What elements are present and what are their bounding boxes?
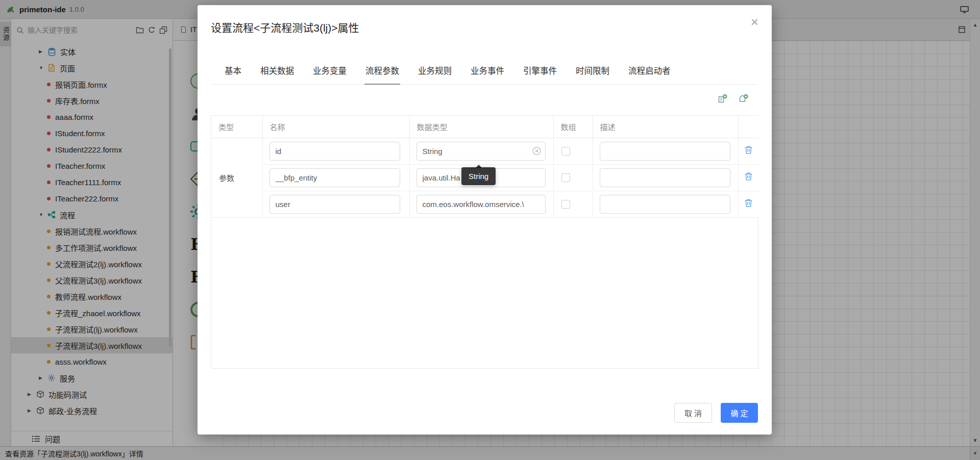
type-tooltip: String [461,167,496,185]
delete-row-icon-2[interactable] [744,198,753,208]
dialog-tab-3[interactable]: 流程参数 [364,64,400,84]
dialog-tab-0[interactable]: 基本 [224,64,242,84]
param-col-header-1: 名称 [262,116,409,138]
array-checkbox-2[interactable] [561,200,570,209]
dialog-tab-8[interactable]: 流程启动者 [627,64,672,84]
param-row-2 [211,191,759,217]
param-row-0: 参数 [211,138,759,164]
add-reference-icon[interactable] [738,94,749,104]
close-icon[interactable]: × [751,15,758,29]
param-col-header-3: 数组 [553,116,593,138]
param-desc-input-0[interactable] [600,142,730,161]
param-col-header-0: 类型 [211,116,262,138]
dialog-footer: 取 消 确 定 [674,403,758,423]
param-name-input-1[interactable] [270,168,400,187]
param-col-header-2: 数据类型 [409,116,553,138]
clear-icon[interactable] [532,147,541,156]
param-name-input-0[interactable] [270,142,400,161]
param-type-input-0[interactable] [416,142,546,161]
screen: primeton-ide 1.0.0 资源 ▶实体▼页面报销页面.formx库存… [0,0,980,460]
array-checkbox-1[interactable] [561,173,570,182]
process-properties-dialog: 设置流程<子流程测试3(lj)>属性 × 基本相关数据业务变量流程参数业务规则业… [198,5,772,435]
dialog-tab-5[interactable]: 业务事件 [470,64,505,84]
dialog-tabs: 基本相关数据业务变量流程参数业务规则业务事件引擎事件时间限制流程启动者 [211,64,758,85]
dialog-tabs-wrap: 基本相关数据业务变量流程参数业务规则业务事件引擎事件时间限制流程启动者 [211,64,758,85]
table-actions [717,94,749,104]
delete-row-icon-0[interactable] [744,145,753,155]
delete-row-icon-1[interactable] [744,172,753,181]
param-desc-input-1[interactable] [600,168,730,187]
dialog-tab-2[interactable]: 业务变量 [312,64,348,84]
param-desc-input-2[interactable] [600,195,730,214]
tooltip-text: String [469,172,488,181]
ok-button[interactable]: 确 定 [721,403,758,423]
param-group-label: 参数 [211,138,262,217]
param-table-head-row: 类型名称数据类型数组描述 [211,116,759,138]
param-type-input-2[interactable] [416,195,546,214]
parameters-table: 类型名称数据类型数组描述 参数 [211,115,758,369]
array-checkbox-0[interactable] [561,147,570,156]
dialog-tab-7[interactable]: 时间限制 [575,64,610,84]
cancel-button[interactable]: 取 消 [674,403,712,423]
dialog-tab-4[interactable]: 业务规则 [417,64,453,84]
param-col-header-5 [738,116,759,138]
dialog-tab-6[interactable]: 引擎事件 [522,64,558,84]
dialog-tab-1[interactable]: 相关数据 [259,64,295,84]
dialog-title: 设置流程<子流程测试3(lj)>属性 [211,19,359,35]
param-name-input-2[interactable] [270,195,400,214]
param-col-header-4: 描述 [593,116,738,138]
add-parameter-icon[interactable] [717,94,728,104]
